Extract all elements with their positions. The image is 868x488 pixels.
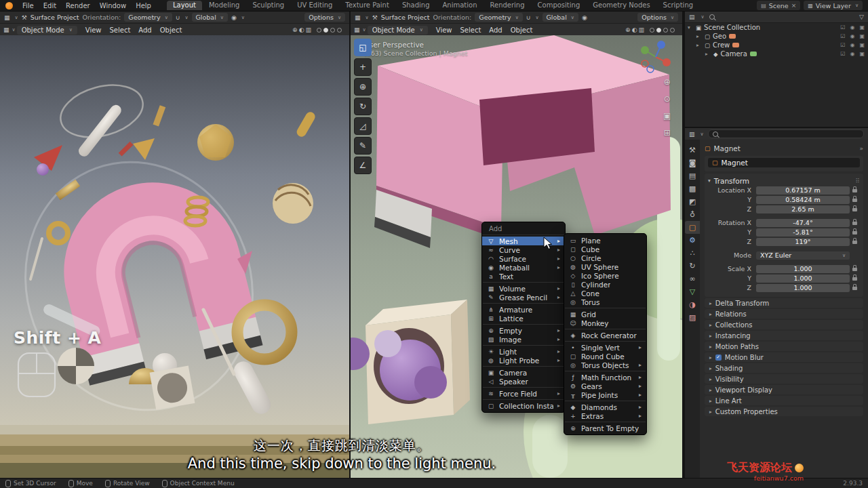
workspace-tab[interactable]: Scripting (657, 1, 699, 10)
properties-section[interactable]: ▸ Relations (705, 309, 863, 319)
workspace-tab[interactable]: Sculpting (246, 1, 290, 10)
menu-item[interactable]: ◠ Surface ▸ (482, 254, 565, 263)
rendered-shading-icon[interactable] (670, 28, 675, 33)
menu-item[interactable]: • Single Vert ▸ (564, 343, 646, 352)
menu-item[interactable]: ☺ Monkey ▸ (564, 319, 646, 327)
viewport-menu-item[interactable]: Add (485, 26, 506, 35)
menu-item[interactable]: ◎ Torus Objects ▸ (564, 361, 646, 369)
properties-tab[interactable]: ◩ (685, 195, 700, 208)
menu-item[interactable]: ◆ Diamonds ▸ (564, 403, 646, 411)
menu-item[interactable]: ◻ Cube ▸ (564, 245, 646, 253)
editor-type-icon[interactable]: ▦ (3, 26, 9, 33)
editor-type-icon[interactable]: ▤ (689, 14, 695, 20)
wireframe-shading-icon[interactable] (650, 28, 654, 33)
workspace-tab[interactable]: Layout (167, 1, 202, 10)
shading-mode-switch[interactable] (650, 28, 675, 33)
editor-type-icon[interactable]: ▥ (689, 131, 695, 138)
pin-icon[interactable]: » (859, 145, 863, 152)
camera-visibility-icon[interactable]: ▣ (859, 33, 865, 39)
properties-tab[interactable]: ▩ (685, 182, 700, 195)
transform-gizmo-icon[interactable]: ⊕ (292, 26, 298, 33)
outliner-row[interactable]: ▸ ▢ Crew ☑ ◉ ▣ (685, 41, 868, 49)
lock-icon[interactable] (852, 222, 857, 225)
workspace-tab[interactable]: UV Editing (291, 1, 338, 10)
workspace-tab[interactable]: Rendering (484, 1, 530, 10)
solid-shading-icon[interactable] (323, 28, 328, 33)
viewport-3d-canvas-left[interactable]: Shift + A (0, 35, 349, 478)
viewport-menu-item[interactable]: View (81, 26, 106, 35)
overlays-icon[interactable]: ◐ (632, 26, 637, 33)
zoom-icon[interactable]: ⊕ (664, 77, 671, 87)
mode-dropdown[interactable]: Object Mode∨ (17, 26, 77, 35)
menu-item[interactable]: ⊞ Lattice ▸ (482, 314, 565, 323)
expand-caret-icon[interactable]: ▸ (705, 51, 711, 57)
select-box-tool[interactable]: ◱ (354, 39, 372, 56)
filter-icon[interactable]: ▽ (859, 14, 864, 20)
lock-icon[interactable] (852, 287, 857, 290)
blender-logo-icon[interactable] (5, 2, 13, 9)
properties-section[interactable]: ▸ Viewport Display (705, 385, 863, 394)
menu-item[interactable]: ⊕ Parent To Empty ▸ (564, 424, 646, 432)
properties-tab[interactable]: ♁ (685, 208, 700, 221)
value-field[interactable]: -5.81° (756, 228, 850, 237)
options-dropdown[interactable]: Options∨ (637, 13, 678, 22)
properties-tab[interactable]: ◙ (685, 157, 700, 169)
camera-view-icon[interactable]: ▣ (663, 111, 671, 121)
expand-caret-icon[interactable]: ▾ (688, 24, 693, 30)
hide-eye-icon[interactable]: ◉ (850, 24, 854, 30)
properties-section[interactable]: ▸ Collections (705, 320, 863, 329)
viewport-menu-item[interactable]: Select (106, 26, 135, 35)
shading-mode-switch[interactable] (317, 28, 342, 33)
properties-tab[interactable]: ◑ (685, 298, 700, 311)
properties-section[interactable]: ▸ Delta Transform (705, 298, 863, 308)
menu-item[interactable]: ⚙ Gears ▸ (564, 382, 646, 390)
snap-magnet-icon[interactable]: ∪ (176, 14, 180, 21)
pan-icon[interactable]: ⊙ (664, 94, 671, 104)
value-field[interactable]: -47.4° (756, 219, 850, 227)
camera-visibility-icon[interactable]: ▣ (859, 24, 865, 30)
menu-item[interactable]: ▣ Camera ▸ (482, 368, 565, 377)
hide-eye-icon[interactable]: ◉ (850, 42, 854, 48)
checkbox-icon[interactable]: ☑ (840, 33, 845, 39)
workspace-tab[interactable]: Texture Paint (339, 1, 395, 10)
checkbox-icon[interactable]: ☑ (840, 24, 845, 30)
app-menu-item[interactable]: Edit (39, 2, 61, 9)
menu-item[interactable]: ◇ Ico Sphere ▸ (564, 271, 646, 280)
menu-item[interactable]: ╥ Pipe Joints ▸ (564, 390, 646, 399)
annotate-tool[interactable]: ✎ (354, 137, 372, 155)
properties-section[interactable]: ▸ Motion Paths (705, 342, 863, 351)
scene-selector[interactable]: ▤ Scene × (757, 1, 800, 10)
lock-icon[interactable] (852, 199, 857, 202)
properties-tab[interactable]: ↻ (685, 260, 700, 272)
drag-grip-icon[interactable]: ⠿ (855, 178, 860, 184)
value-field[interactable]: 0.58424 m (756, 196, 850, 204)
scale-tool[interactable]: ◿ (354, 117, 372, 135)
menu-item[interactable]: ✎ Grease Pencil ▸ (482, 293, 565, 302)
move-tool[interactable]: ⊕ (354, 78, 372, 96)
outliner-row[interactable]: ▸ ▢ Geo ☑ ◉ ▣ (685, 32, 868, 41)
menu-item[interactable]: ⊕ Empty ▸ (482, 326, 565, 335)
viewport-menu-item[interactable]: Object (156, 26, 186, 35)
capsule-small-object[interactable] (532, 415, 568, 478)
workspace-tab[interactable]: Modeling (203, 1, 246, 10)
editor-type-icon[interactable]: ▦ (354, 26, 360, 33)
menu-item[interactable]: ▨ Image ▸ (482, 335, 565, 344)
lock-icon[interactable] (852, 241, 857, 244)
properties-tab[interactable]: ▢ (685, 221, 700, 234)
snap-target-dropdown[interactable]: Global∨ (542, 13, 578, 22)
properties-tab[interactable]: ⚒ (685, 144, 700, 157)
menu-item[interactable]: ◈ Rock Generator ▸ (564, 331, 646, 340)
menu-item[interactable]: ◁ Speaker ▸ (482, 377, 565, 386)
menu-item[interactable]: ◉ Metaball ▸ (482, 263, 565, 272)
object-name-field[interactable]: ▢ Magnet (708, 158, 860, 167)
properties-section[interactable]: ▸ Line Art (705, 396, 863, 405)
camera-visibility-icon[interactable]: ▣ (859, 42, 865, 48)
properties-section[interactable]: ▸ Custom Properties (705, 407, 863, 416)
workspace-tab[interactable]: Animation (437, 1, 484, 10)
menu-item[interactable]: △ Cone ▸ (564, 289, 646, 298)
value-field[interactable]: 2.65 m (756, 205, 850, 214)
properties-tab[interactable]: ∴ (685, 247, 700, 260)
menu-item[interactable]: ≋ Force Field ▸ (482, 389, 565, 398)
app-menu-item[interactable]: Window (95, 2, 131, 9)
orientation-dropdown[interactable]: Geometry∨ (124, 13, 172, 22)
